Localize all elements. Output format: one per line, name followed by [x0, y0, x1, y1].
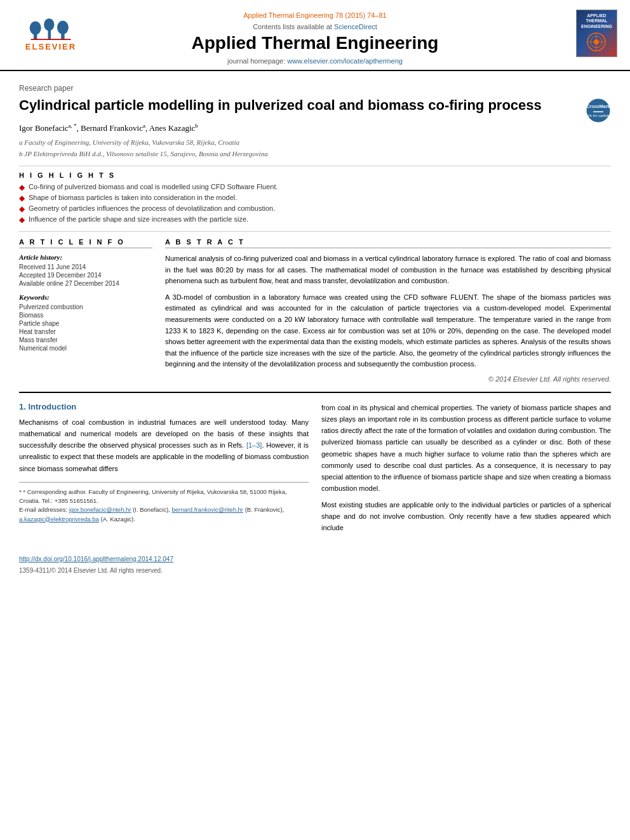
affiliations: a Faculty of Engineering, University of …: [19, 137, 611, 159]
affiliation-b: b JP Elektroprivreda BiH d.d., Vilsonovo…: [19, 149, 611, 160]
keyword-4: Heat transfer: [19, 328, 152, 335]
author3-name: , Anes Kazagic: [145, 123, 195, 133]
accepted-date: Accepted 19 December 2014: [19, 272, 152, 279]
highlight-item-4: ◆ Influence of the particle shape and si…: [19, 215, 611, 224]
footnote-area: * * Corresponding author. Faculty of Eng…: [19, 482, 309, 524]
footnote-email3-link[interactable]: a.kazagic@elektroprivreda.ba: [19, 516, 99, 523]
abstract-paragraph-2: A 3D-model of combustion in a laboratory…: [165, 292, 611, 370]
abstract-column: A B S T R A C T Numerical analysis of co…: [165, 238, 611, 383]
available-date: Available online 27 December 2014: [19, 280, 152, 287]
homepage-link[interactable]: www.elsevier.com/locate/apthermeng: [287, 57, 403, 65]
elsevier-tree-icon: [25, 12, 76, 41]
svg-point-12: [587, 99, 610, 122]
body-text-right: from coal in its physical and chemical p…: [321, 402, 611, 534]
keyword-6: Numerical model: [19, 345, 152, 352]
footnote-email3-person: (A. Kazagic).: [100, 516, 135, 523]
affiliation-a: a Faculty of Engineering, University of …: [19, 137, 611, 149]
article-info-column: A R T I C L E I N F O Article history: R…: [19, 238, 152, 383]
svg-text:CrossMark: CrossMark: [587, 104, 610, 109]
keyword-1: Pulverized combustion: [19, 303, 152, 310]
svg-point-5: [57, 21, 69, 35]
abstract-paragraph-1: Numerical analysis of co-firing pulveriz…: [165, 253, 611, 287]
highlight-bullet-1: ◆: [19, 183, 25, 192]
content-area: Research paper CrossMark click for updat…: [0, 71, 630, 393]
footnote-email1-person: (I. Bonefacic),: [133, 506, 170, 513]
author1-name: Igor Bonefacic: [19, 123, 69, 133]
elsevier-logo: ELSEVIER: [13, 10, 89, 54]
author2-name: , Bernard Frankovic: [77, 123, 143, 133]
body-section: 1. Introduction Mechanisms of coal combu…: [0, 402, 630, 552]
crossmark-icon: CrossMark click for updates: [586, 98, 611, 123]
highlight-text-4: Influence of the particle shape and size…: [29, 215, 248, 223]
body-text-left: Mechanisms of coal combustion in industr…: [19, 417, 309, 474]
body-para-left-1: Mechanisms of coal combustion in industr…: [19, 417, 309, 474]
highlight-item-2: ◆ Shape of biomass particles is taken in…: [19, 194, 611, 203]
issn-text: 1359-4311/© 2014 Elsevier Ltd. All right…: [19, 567, 163, 574]
article-title: Cylindrical particle modelling in pulver…: [19, 97, 611, 115]
keyword-2: Biomass: [19, 312, 152, 319]
contents-label: Contents lists available at: [253, 23, 332, 30]
footnote-corresponding: * * Corresponding author. Faculty of Eng…: [19, 488, 309, 506]
svg-point-1: [30, 21, 41, 35]
footnote-email1-link[interactable]: igor.bonefacic@riteh.hr: [69, 506, 131, 513]
section-1-number: 1.: [19, 402, 26, 411]
footnote-corresponding-text: * Corresponding author. Faculty of Engin…: [19, 488, 287, 504]
journal-header: ELSEVIER APPLIEDTHERMALENGINEERING Appli…: [0, 0, 630, 71]
section-1-title-text: Introduction: [28, 402, 76, 411]
body-para-right-1: from coal in its physical and chemical p…: [321, 402, 611, 494]
journal-thumb-graphic-icon: [582, 31, 611, 53]
footnote-email-label: E-mail addresses:: [19, 506, 67, 513]
section-divider: [19, 392, 611, 393]
keyword-5: Mass transfer: [19, 337, 152, 343]
svg-point-3: [44, 18, 54, 31]
info-abstract-columns: A R T I C L E I N F O Article history: R…: [19, 238, 611, 383]
crossmark-badge: CrossMark click for updates: [586, 98, 611, 126]
copyright-line: © 2014 Elsevier Ltd. All rights reserved…: [165, 375, 611, 383]
author3-sup: b: [195, 123, 198, 129]
page: ELSEVIER APPLIEDTHERMALENGINEERING Appli…: [0, 0, 630, 840]
highlight-text-2: Shape of biomass particles is taken into…: [29, 194, 237, 201]
journal-homepage-line: journal homepage: www.elsevier.com/locat…: [13, 57, 617, 65]
author1-sup: a, *: [69, 123, 77, 129]
article-info-title: A R T I C L E I N F O: [19, 238, 152, 248]
svg-text:click for updates: click for updates: [586, 114, 611, 117]
highlight-bullet-3: ◆: [19, 204, 25, 213]
doi-link[interactable]: http://dx.doi.org/10.1016/j.applthermale…: [19, 556, 611, 563]
highlight-item-1: ◆ Co-firing of pulverized biomass and co…: [19, 183, 611, 192]
footnote-emails: E-mail addresses: igor.bonefacic@riteh.h…: [19, 505, 309, 524]
article-history-label: Article history:: [19, 253, 152, 261]
sciencedirect-link[interactable]: ScienceDirect: [334, 23, 377, 30]
highlight-text-3: Geometry of particles influences the pro…: [29, 204, 275, 212]
contents-line: Contents lists available at ScienceDirec…: [13, 23, 617, 30]
section-1-title: 1. Introduction: [19, 402, 309, 411]
article-title-block: CrossMark click for updates Cylindrical …: [19, 97, 611, 115]
body-col-right: from coal in its physical and chemical p…: [321, 402, 611, 539]
elsevier-brand-label: ELSEVIER: [25, 42, 76, 51]
paper-type: Research paper: [19, 84, 611, 93]
body-para-right-2: Most existing studies are applicable onl…: [321, 499, 611, 533]
abstract-text: Numerical analysis of co-firing pulveriz…: [165, 253, 611, 370]
journal-title: Applied Thermal Engineering: [13, 33, 617, 53]
authors-line: Igor Bonefacica, *, Bernard Frankovica, …: [19, 123, 611, 133]
journal-thumb-text: APPLIEDTHERMALENGINEERING: [581, 13, 612, 29]
highlight-bullet-4: ◆: [19, 215, 25, 224]
body-col-left: 1. Introduction Mechanisms of coal combu…: [19, 402, 309, 539]
keywords-label: Keywords:: [19, 293, 152, 301]
abstract-title: A B S T R A C T: [165, 238, 611, 248]
highlight-bullet-2: ◆: [19, 194, 25, 203]
footnote-email2-person: (B. Frankovic),: [245, 506, 285, 513]
highlight-text-1: Co-firing of pulverized biomass and coal…: [29, 183, 278, 190]
received-date: Received 11 June 2014: [19, 263, 152, 270]
homepage-label: journal homepage:: [227, 57, 285, 65]
bottom-info: http://dx.doi.org/10.1016/j.applthermale…: [0, 552, 630, 582]
highlight-item-3: ◆ Geometry of particles influences the p…: [19, 204, 611, 213]
keyword-3: Particle shape: [19, 320, 152, 327]
footnote-email2-link[interactable]: bernard.frankovic@riteh.hr: [171, 506, 243, 513]
body-columns: 1. Introduction Mechanisms of coal combu…: [19, 402, 611, 539]
highlights-title: H I G H L I G H T S: [19, 171, 611, 179]
journal-reference-line: Applied Thermal Engineering 78 (2015) 74…: [13, 11, 617, 19]
highlights-section: H I G H L I G H T S ◆ Co-firing of pulve…: [19, 166, 611, 232]
ref-link-1-3[interactable]: [1–3]: [246, 441, 262, 449]
journal-thumbnail: APPLIEDTHERMALENGINEERING: [576, 10, 617, 57]
